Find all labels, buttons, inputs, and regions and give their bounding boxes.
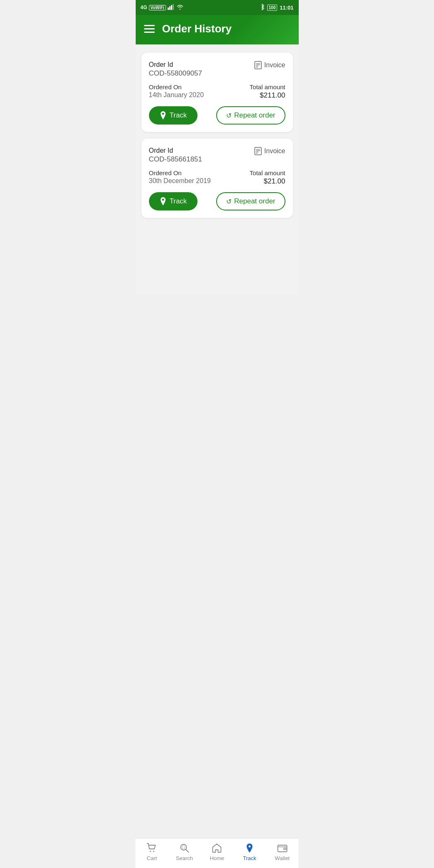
- svg-rect-2: [171, 5, 172, 10]
- battery-icon: 100: [267, 5, 278, 11]
- order-actions-2: Track ↺ Repeat order: [149, 192, 285, 210]
- repeat-label-1: Repeat order: [234, 111, 275, 120]
- repeat-button-1[interactable]: ↺ Repeat order: [216, 106, 285, 125]
- app-header: Order History: [136, 15, 299, 44]
- ordered-on-value-2: 30th December 2019: [149, 177, 211, 185]
- order-id-section-2: Order Id COD-585661851: [149, 147, 202, 164]
- total-amount-group-1: Total amount $211.00: [250, 83, 285, 100]
- order-id-label-2: Order Id: [149, 147, 202, 154]
- vowifi-badge: VoWiFi: [149, 5, 166, 10]
- page-title: Order History: [162, 22, 232, 35]
- wifi-icon: [177, 5, 183, 11]
- order-card-1: Order Id COD-558009057 Invoice Ordered O…: [141, 53, 293, 132]
- ordered-on-label-2: Ordered On: [149, 169, 211, 176]
- track-button-1[interactable]: Track: [149, 106, 198, 125]
- svg-rect-4: [255, 61, 261, 69]
- total-amount-label-2: Total amount: [250, 169, 285, 176]
- order-actions-1: Track ↺ Repeat order: [149, 106, 285, 125]
- total-amount-value-2: $21.00: [250, 177, 285, 186]
- order-id-value-2: COD-585661851: [149, 155, 202, 164]
- order-details-row-2: Ordered On 30th December 2019 Total amou…: [149, 169, 285, 186]
- invoice-icon-2: [254, 147, 262, 155]
- order-card-2-header: Order Id COD-585661851 Invoice: [149, 147, 285, 164]
- signal-text: 4G: [141, 5, 147, 10]
- svg-rect-9: [255, 147, 261, 155]
- main-content: Order Id COD-558009057 Invoice Ordered O…: [136, 44, 299, 294]
- svg-rect-0: [168, 7, 169, 10]
- hamburger-line-3: [144, 32, 155, 33]
- order-id-section-1: Order Id COD-558009057: [149, 61, 202, 78]
- status-bar: 4G VoWiFi 100 11:01: [136, 0, 299, 15]
- ordered-on-group-1: Ordered On 14th January 2020: [149, 83, 204, 100]
- battery-level: 100: [267, 5, 278, 11]
- total-amount-label-1: Total amount: [250, 83, 285, 90]
- ordered-on-group-2: Ordered On 30th December 2019: [149, 169, 211, 186]
- invoice-label-2: Invoice: [264, 147, 285, 155]
- status-bar-right: 100 11:01: [260, 4, 294, 12]
- track-label-2: Track: [170, 197, 187, 205]
- svg-rect-3: [173, 4, 174, 10]
- order-id-value-1: COD-558009057: [149, 69, 202, 78]
- repeat-icon-1: ↺: [226, 112, 232, 120]
- order-card-2: Order Id COD-585661851 Invoice Ordered O…: [141, 139, 293, 218]
- invoice-button-2[interactable]: Invoice: [254, 147, 285, 155]
- hamburger-menu[interactable]: [144, 25, 155, 33]
- track-label-1: Track: [170, 111, 187, 120]
- location-icon-2: [160, 197, 166, 205]
- invoice-label-1: Invoice: [264, 61, 285, 69]
- total-amount-group-2: Total amount $21.00: [250, 169, 285, 186]
- ordered-on-label-1: Ordered On: [149, 83, 204, 90]
- repeat-label-2: Repeat order: [234, 197, 275, 205]
- hamburger-line-2: [144, 28, 155, 29]
- track-button-2[interactable]: Track: [149, 192, 198, 210]
- bluetooth-icon: [260, 4, 265, 12]
- order-id-label-1: Order Id: [149, 61, 202, 68]
- repeat-icon-2: ↺: [226, 198, 232, 205]
- order-card-1-header: Order Id COD-558009057 Invoice: [149, 61, 285, 78]
- location-icon-1: [160, 111, 166, 120]
- hamburger-line-1: [144, 25, 155, 26]
- invoice-icon-1: [254, 61, 262, 69]
- invoice-button-1[interactable]: Invoice: [254, 61, 285, 69]
- total-amount-value-1: $211.00: [250, 91, 285, 100]
- ordered-on-value-1: 14th January 2020: [149, 91, 204, 99]
- time-display: 11:01: [280, 5, 293, 11]
- svg-rect-1: [169, 6, 171, 10]
- signal-bars: [168, 4, 175, 11]
- status-bar-left: 4G VoWiFi: [141, 4, 183, 11]
- repeat-button-2[interactable]: ↺ Repeat order: [216, 192, 285, 210]
- order-details-row-1: Ordered On 14th January 2020 Total amoun…: [149, 83, 285, 100]
